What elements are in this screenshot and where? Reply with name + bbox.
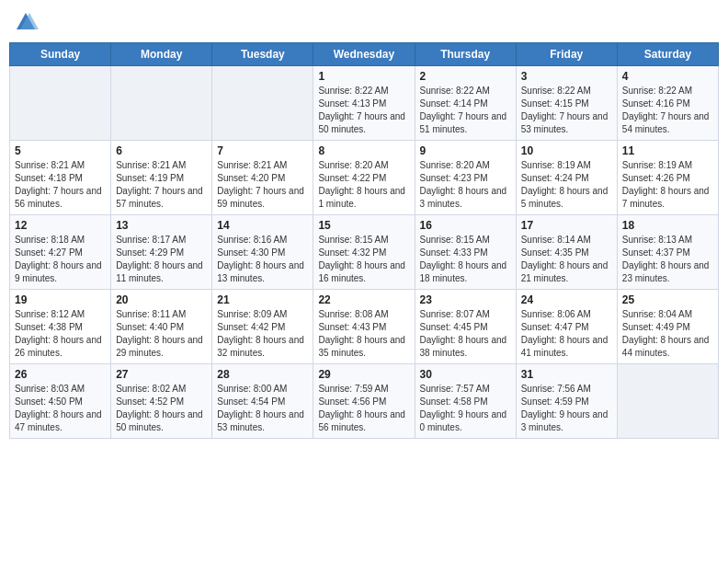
- calendar-cell: 18 Sunrise: 8:13 AMSunset: 4:37 PMDaylig…: [617, 215, 718, 290]
- day-number: 25: [622, 293, 713, 306]
- day-number: 7: [217, 144, 308, 157]
- calendar-cell: 9 Sunrise: 8:20 AMSunset: 4:23 PMDayligh…: [415, 141, 516, 215]
- logo: [13, 9, 42, 35]
- day-info: Sunrise: 8:15 AMSunset: 4:33 PMDaylight:…: [420, 234, 511, 285]
- day-of-week-header: Wednesday: [313, 43, 415, 66]
- day-info: Sunrise: 8:21 AMSunset: 4:20 PMDaylight:…: [217, 159, 308, 211]
- day-info: Sunrise: 8:22 AMSunset: 4:13 PMDaylight:…: [318, 85, 409, 136]
- calendar-week-row: 5 Sunrise: 8:21 AMSunset: 4:18 PMDayligh…: [10, 141, 719, 215]
- day-info: Sunrise: 8:20 AMSunset: 4:22 PMDaylight:…: [318, 159, 409, 211]
- day-of-week-header: Sunday: [10, 43, 111, 66]
- calendar-table: SundayMondayTuesdayWednesdayThursdayFrid…: [9, 42, 719, 439]
- calendar-cell: 3 Sunrise: 8:22 AMSunset: 4:15 PMDayligh…: [516, 66, 617, 141]
- calendar-cell: 22 Sunrise: 8:08 AMSunset: 4:43 PMDaylig…: [313, 290, 415, 364]
- day-number: 15: [318, 219, 409, 232]
- calendar-cell: 31 Sunrise: 7:56 AMSunset: 4:59 PMDaylig…: [516, 364, 617, 439]
- day-number: 5: [15, 144, 106, 157]
- calendar-cell: 12 Sunrise: 8:18 AMSunset: 4:27 PMDaylig…: [10, 215, 111, 290]
- calendar-cell: 25 Sunrise: 8:04 AMSunset: 4:49 PMDaylig…: [617, 290, 718, 364]
- day-info: Sunrise: 8:21 AMSunset: 4:19 PMDaylight:…: [116, 159, 207, 211]
- calendar-cell: 11 Sunrise: 8:19 AMSunset: 4:26 PMDaylig…: [617, 141, 718, 215]
- day-info: Sunrise: 8:09 AMSunset: 4:42 PMDaylight:…: [217, 308, 308, 360]
- day-number: 10: [521, 144, 612, 157]
- day-number: 9: [420, 144, 511, 157]
- day-info: Sunrise: 8:06 AMSunset: 4:47 PMDaylight:…: [521, 308, 612, 360]
- calendar-cell: [111, 66, 212, 141]
- calendar-cell: 8 Sunrise: 8:20 AMSunset: 4:22 PMDayligh…: [313, 141, 415, 215]
- day-number: 11: [622, 144, 713, 157]
- calendar-cell: 21 Sunrise: 8:09 AMSunset: 4:42 PMDaylig…: [212, 290, 313, 364]
- calendar-cell: 5 Sunrise: 8:21 AMSunset: 4:18 PMDayligh…: [10, 141, 111, 215]
- day-info: Sunrise: 8:14 AMSunset: 4:35 PMDaylight:…: [521, 234, 612, 285]
- calendar-cell: 6 Sunrise: 8:21 AMSunset: 4:19 PMDayligh…: [111, 141, 212, 215]
- day-info: Sunrise: 8:12 AMSunset: 4:38 PMDaylight:…: [15, 308, 106, 360]
- calendar-cell: 28 Sunrise: 8:00 AMSunset: 4:54 PMDaylig…: [212, 364, 313, 439]
- day-info: Sunrise: 8:00 AMSunset: 4:54 PMDaylight:…: [217, 383, 308, 434]
- calendar-cell: 29 Sunrise: 7:59 AMSunset: 4:56 PMDaylig…: [313, 364, 415, 439]
- logo-icon: [13, 9, 39, 35]
- day-info: Sunrise: 8:16 AMSunset: 4:30 PMDaylight:…: [217, 234, 308, 285]
- calendar-cell: 19 Sunrise: 8:12 AMSunset: 4:38 PMDaylig…: [10, 290, 111, 364]
- calendar-cell: 15 Sunrise: 8:15 AMSunset: 4:32 PMDaylig…: [313, 215, 415, 290]
- calendar-cell: 26 Sunrise: 8:03 AMSunset: 4:50 PMDaylig…: [10, 364, 111, 439]
- calendar-week-row: 19 Sunrise: 8:12 AMSunset: 4:38 PMDaylig…: [10, 290, 719, 364]
- calendar-week-row: 26 Sunrise: 8:03 AMSunset: 4:50 PMDaylig…: [10, 364, 719, 439]
- day-info: Sunrise: 8:19 AMSunset: 4:26 PMDaylight:…: [622, 159, 713, 211]
- day-info: Sunrise: 8:22 AMSunset: 4:14 PMDaylight:…: [420, 85, 511, 136]
- day-number: 17: [521, 219, 612, 232]
- calendar-cell: 7 Sunrise: 8:21 AMSunset: 4:20 PMDayligh…: [212, 141, 313, 215]
- calendar-cell: 13 Sunrise: 8:17 AMSunset: 4:29 PMDaylig…: [111, 215, 212, 290]
- calendar-cell: 1 Sunrise: 8:22 AMSunset: 4:13 PMDayligh…: [313, 66, 415, 141]
- day-info: Sunrise: 8:13 AMSunset: 4:37 PMDaylight:…: [622, 234, 713, 285]
- day-number: 4: [622, 70, 713, 83]
- calendar-cell: [10, 66, 111, 141]
- day-info: Sunrise: 8:08 AMSunset: 4:43 PMDaylight:…: [318, 308, 409, 360]
- day-of-week-header: Tuesday: [212, 43, 313, 66]
- day-number: 30: [420, 368, 511, 381]
- day-number: 21: [217, 293, 308, 306]
- day-info: Sunrise: 8:03 AMSunset: 4:50 PMDaylight:…: [15, 383, 106, 434]
- day-number: 26: [15, 368, 106, 381]
- day-number: 19: [15, 293, 106, 306]
- calendar-cell: 30 Sunrise: 7:57 AMSunset: 4:58 PMDaylig…: [415, 364, 516, 439]
- calendar-week-row: 1 Sunrise: 8:22 AMSunset: 4:13 PMDayligh…: [10, 66, 719, 141]
- day-of-week-header: Friday: [516, 43, 617, 66]
- day-number: 3: [521, 70, 612, 83]
- day-info: Sunrise: 8:11 AMSunset: 4:40 PMDaylight:…: [116, 308, 207, 360]
- day-number: 29: [318, 368, 409, 381]
- day-number: 6: [116, 144, 207, 157]
- day-number: 12: [15, 219, 106, 232]
- calendar-cell: 10 Sunrise: 8:19 AMSunset: 4:24 PMDaylig…: [516, 141, 617, 215]
- calendar-cell: [617, 364, 718, 439]
- day-number: 18: [622, 219, 713, 232]
- day-info: Sunrise: 8:02 AMSunset: 4:52 PMDaylight:…: [116, 383, 207, 434]
- day-number: 14: [217, 219, 308, 232]
- calendar-cell: 24 Sunrise: 8:06 AMSunset: 4:47 PMDaylig…: [516, 290, 617, 364]
- day-number: 24: [521, 293, 612, 306]
- calendar-cell: 23 Sunrise: 8:07 AMSunset: 4:45 PMDaylig…: [415, 290, 516, 364]
- calendar-cell: 20 Sunrise: 8:11 AMSunset: 4:40 PMDaylig…: [111, 290, 212, 364]
- day-info: Sunrise: 7:59 AMSunset: 4:56 PMDaylight:…: [318, 383, 409, 434]
- calendar-cell: [212, 66, 313, 141]
- day-number: 13: [116, 219, 207, 232]
- day-number: 31: [521, 368, 612, 381]
- day-number: 23: [420, 293, 511, 306]
- day-info: Sunrise: 8:19 AMSunset: 4:24 PMDaylight:…: [521, 159, 612, 211]
- calendar-cell: 17 Sunrise: 8:14 AMSunset: 4:35 PMDaylig…: [516, 215, 617, 290]
- day-number: 16: [420, 219, 511, 232]
- day-info: Sunrise: 8:22 AMSunset: 4:15 PMDaylight:…: [521, 85, 612, 136]
- calendar-cell: 16 Sunrise: 8:15 AMSunset: 4:33 PMDaylig…: [415, 215, 516, 290]
- day-info: Sunrise: 8:20 AMSunset: 4:23 PMDaylight:…: [420, 159, 511, 211]
- day-info: Sunrise: 8:18 AMSunset: 4:27 PMDaylight:…: [15, 234, 106, 285]
- calendar-header-row: SundayMondayTuesdayWednesdayThursdayFrid…: [10, 43, 719, 66]
- page-header: [9, 9, 719, 35]
- day-number: 27: [116, 368, 207, 381]
- calendar-cell: 4 Sunrise: 8:22 AMSunset: 4:16 PMDayligh…: [617, 66, 718, 141]
- day-number: 2: [420, 70, 511, 83]
- day-info: Sunrise: 8:15 AMSunset: 4:32 PMDaylight:…: [318, 234, 409, 285]
- day-number: 28: [217, 368, 308, 381]
- calendar-cell: 27 Sunrise: 8:02 AMSunset: 4:52 PMDaylig…: [111, 364, 212, 439]
- calendar-week-row: 12 Sunrise: 8:18 AMSunset: 4:27 PMDaylig…: [10, 215, 719, 290]
- day-info: Sunrise: 8:21 AMSunset: 4:18 PMDaylight:…: [15, 159, 106, 211]
- day-info: Sunrise: 7:56 AMSunset: 4:59 PMDaylight:…: [521, 383, 612, 434]
